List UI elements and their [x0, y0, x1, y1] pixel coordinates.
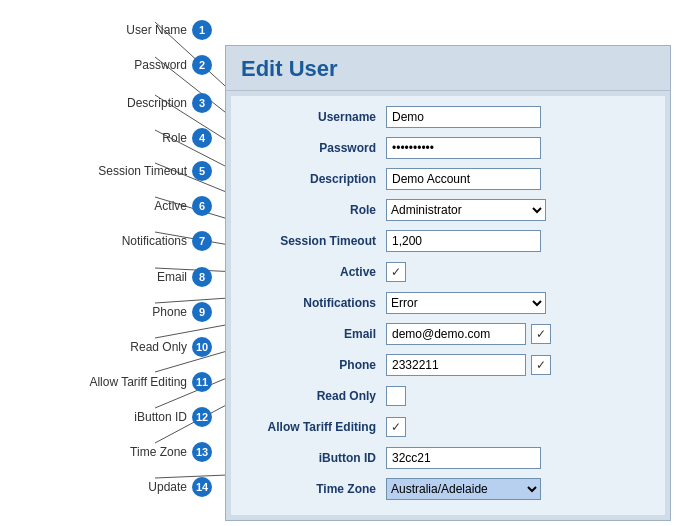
username-label: Username [241, 110, 386, 124]
ibutton-input[interactable] [386, 447, 541, 469]
password-control [386, 137, 655, 159]
annotation-label-1: User Name [126, 23, 187, 37]
annotation-allow-tariff: Allow Tariff Editing 11 [0, 372, 220, 392]
allow-tariff-label: Allow Tariff Editing [241, 420, 386, 434]
annotation-label-10: Read Only [130, 340, 187, 354]
session-timeout-label: Session Timeout [241, 234, 386, 248]
description-label: Description [241, 172, 386, 186]
session-timeout-control [386, 230, 655, 252]
description-row: Description [241, 166, 655, 192]
phone-input[interactable] [386, 354, 526, 376]
annotation-badge-6: 6 [192, 196, 212, 216]
annotation-time-zone: Time Zone 13 [0, 442, 220, 462]
description-control [386, 168, 655, 190]
username-row: Username [241, 104, 655, 130]
active-label: Active [241, 265, 386, 279]
password-label: Password [241, 141, 386, 155]
annotation-label-7: Notifications [122, 234, 187, 248]
annotation-user-name: User Name 1 [0, 20, 220, 40]
edit-user-form: Username Password Description Role Admi [231, 96, 665, 515]
annotation-ibutton: iButton ID 12 [0, 407, 220, 427]
username-control [386, 106, 655, 128]
annotation-badge-13: 13 [192, 442, 212, 462]
notifications-row: Notifications Error Warning Info None [241, 290, 655, 316]
annotation-label-3: Description [127, 96, 187, 110]
annotation-badge-5: 5 [192, 161, 212, 181]
annotation-badge-11: 11 [192, 372, 212, 392]
notifications-label: Notifications [241, 296, 386, 310]
annotation-badge-12: 12 [192, 407, 212, 427]
read-only-control [386, 386, 655, 406]
ibutton-control [386, 447, 655, 469]
active-row: Active [241, 259, 655, 285]
active-control [386, 262, 655, 282]
annotation-label-8: Email [157, 270, 187, 284]
time-zone-select[interactable]: Australia/Adelaide Australia/Sydney UTC [386, 478, 541, 500]
allow-tariff-row: Allow Tariff Editing [241, 414, 655, 440]
read-only-checkbox[interactable] [386, 386, 406, 406]
notifications-select[interactable]: Error Warning Info None [386, 292, 546, 314]
phone-checkbox[interactable] [531, 355, 551, 375]
annotation-notifications: Notifications 7 [0, 231, 220, 251]
role-label: Role [241, 203, 386, 217]
annotation-label-6: Active [154, 199, 187, 213]
annotation-role: Role 4 [0, 128, 220, 148]
phone-label: Phone [241, 358, 386, 372]
session-timeout-input[interactable] [386, 230, 541, 252]
annotation-label-14: Update [148, 480, 187, 494]
time-zone-row: Time Zone Australia/Adelaide Australia/S… [241, 476, 655, 502]
annotation-badge-1: 1 [192, 20, 212, 40]
annotation-label-2: Password [134, 58, 187, 72]
allow-tariff-control [386, 417, 655, 437]
ibutton-row: iButton ID [241, 445, 655, 471]
annotation-phone: Phone 9 [0, 302, 220, 322]
annotation-badge-9: 9 [192, 302, 212, 322]
role-row: Role Administrator User Viewer [241, 197, 655, 223]
phone-control [386, 354, 655, 376]
edit-user-panel: Edit User Username Password Description … [225, 45, 671, 521]
annotation-label-9: Phone [152, 305, 187, 319]
annotation-active: Active 6 [0, 196, 220, 216]
allow-tariff-checkbox[interactable] [386, 417, 406, 437]
role-control: Administrator User Viewer [386, 199, 655, 221]
update-btn-row: Update [226, 520, 670, 526]
annotation-badge-3: 3 [192, 93, 212, 113]
annotation-label-11: Allow Tariff Editing [89, 375, 187, 389]
read-only-label: Read Only [241, 389, 386, 403]
annotation-email: Email 8 [0, 267, 220, 287]
ibutton-label: iButton ID [241, 451, 386, 465]
time-zone-control: Australia/Adelaide Australia/Sydney UTC [386, 478, 655, 500]
edit-user-header: Edit User [226, 46, 670, 91]
username-input[interactable] [386, 106, 541, 128]
annotation-password: Password 2 [0, 55, 220, 75]
description-input[interactable] [386, 168, 541, 190]
annotation-badge-2: 2 [192, 55, 212, 75]
email-control [386, 323, 655, 345]
read-only-row: Read Only [241, 383, 655, 409]
annotation-badge-14: 14 [192, 477, 212, 497]
annotation-label-5: Session Timeout [98, 164, 187, 178]
email-label: Email [241, 327, 386, 341]
password-input[interactable] [386, 137, 541, 159]
annotation-label-12: iButton ID [134, 410, 187, 424]
email-checkbox[interactable] [531, 324, 551, 344]
annotation-label-4: Role [162, 131, 187, 145]
annotation-update: Update 14 [0, 477, 220, 497]
email-row: Email [241, 321, 655, 347]
annotation-badge-7: 7 [192, 231, 212, 251]
time-zone-label: Time Zone [241, 482, 386, 496]
phone-row: Phone [241, 352, 655, 378]
annotation-badge-8: 8 [192, 267, 212, 287]
email-input-row [386, 323, 655, 345]
annotation-read-only: Read Only 10 [0, 337, 220, 357]
annotation-badge-10: 10 [192, 337, 212, 357]
notifications-control: Error Warning Info None [386, 292, 655, 314]
annotation-description: Description 3 [0, 93, 220, 113]
annotation-session-timeout: Session Timeout 5 [0, 161, 220, 181]
annotation-badge-4: 4 [192, 128, 212, 148]
email-input[interactable] [386, 323, 526, 345]
role-select[interactable]: Administrator User Viewer [386, 199, 546, 221]
password-row: Password [241, 135, 655, 161]
annotation-label-13: Time Zone [130, 445, 187, 459]
active-checkbox[interactable] [386, 262, 406, 282]
